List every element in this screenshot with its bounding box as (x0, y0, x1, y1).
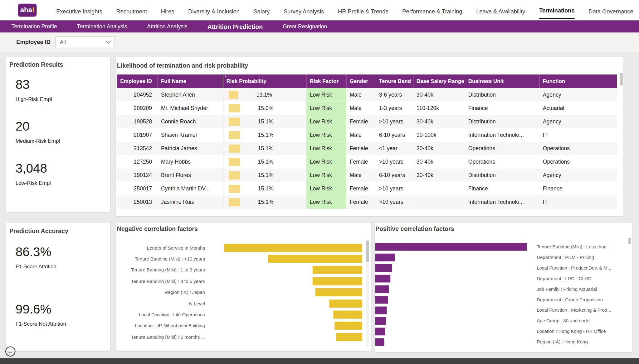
top-nav-tab[interactable]: Leave & Availability (476, 2, 525, 19)
top-nav-tab[interactable]: HR Profile & Trends (338, 2, 388, 19)
cell-full-name: Connie Roach (158, 115, 223, 128)
top-nav-tab[interactable]: Diversity & Inclusion (188, 2, 240, 19)
chart-row[interactable]: Tenure Banding (Miki) : >10 years (117, 253, 371, 265)
chart-row[interactable]: Department : PDM - Pricing (375, 252, 632, 262)
col-header-employee-id[interactable]: Employee ID (117, 74, 158, 88)
chart-row[interactable]: Location : JP-Nihonbashi Building (117, 320, 371, 332)
chart-row[interactable]: Tenure Banding (Miki) : 6 months ... (117, 331, 371, 342)
positive-bar[interactable] (375, 264, 392, 272)
negative-bar[interactable] (313, 277, 362, 285)
table-row[interactable]: 209209 Mr. Michael Snyder 15.0% Low Risk… (117, 101, 617, 115)
cell-employee-id: 190124 (117, 169, 158, 182)
top-nav-tab[interactable]: Data Governance (588, 2, 633, 19)
positive-bar[interactable] (375, 253, 395, 261)
positive-bar[interactable] (375, 328, 385, 335)
cell-function: IT (539, 128, 617, 141)
chart-plot-area (375, 317, 530, 325)
top-nav-tab[interactable]: Terminations (539, 1, 574, 19)
negative-chart-scrollbar-thumb[interactable] (366, 241, 369, 262)
chart-category-label: Age Group : 30 and under (537, 318, 629, 323)
cell-tenure-band: 1-3 years (376, 101, 413, 115)
table-row[interactable]: 250017 Cynthia Martin DV... 15.1% Low Ri… (117, 182, 617, 195)
col-header-gender[interactable]: Gender (346, 74, 376, 88)
negative-bar[interactable] (329, 299, 362, 308)
table-scrollbar[interactable] (620, 73, 623, 212)
top-nav-tab[interactable]: Executive Insights (56, 2, 102, 19)
top-nav-tab[interactable]: Salary (254, 2, 270, 19)
positive-bar[interactable] (375, 243, 527, 251)
bottom-edge-strip (0, 358, 639, 364)
positive-bar[interactable] (375, 317, 386, 325)
chart-row[interactable]: Local Function : Product Dev. & M... (375, 262, 632, 273)
chart-row[interactable]: Age Group : 30 and under (375, 315, 632, 326)
chart-category-label: Local Function : Product Dev. & M... (537, 266, 629, 271)
sub-nav-item[interactable]: Attrition Prediction (207, 23, 263, 30)
negative-bar[interactable] (313, 266, 362, 274)
cell-gender: Male (346, 128, 376, 141)
negative-bar[interactable] (268, 255, 362, 263)
chart-row[interactable]: Local Function : Marketing & Prod... (375, 305, 632, 315)
chart-row[interactable]: Tenure Banding (Miki) : 3 to 5 years (117, 275, 371, 287)
col-header-risk-probability[interactable]: ▲Risk Probability (223, 74, 306, 88)
cell-salary-range (413, 182, 465, 195)
col-header-risk-factor[interactable]: Risk Factor (306, 74, 346, 88)
table-row[interactable]: 190124 Brent Flores 15.1% Low Risk Male … (117, 169, 617, 182)
risk-probability-value: 15.1% (240, 172, 274, 178)
cell-gender: Male (346, 88, 376, 101)
chart-row[interactable]: Region (IA) : Japan (117, 287, 371, 298)
chart-row[interactable]: Local Function : Life Operations (117, 309, 371, 320)
chart-row[interactable]: Department : Group Proposition (375, 294, 632, 305)
sub-nav-item[interactable]: Great Resignation (283, 23, 327, 30)
sub-nav-item[interactable]: Termination Profile (12, 23, 57, 30)
chart-row[interactable]: Region (IA) : Hong Kong (375, 337, 632, 347)
app-logo[interactable]: aha! (18, 4, 37, 17)
chart-row[interactable]: Length of Service in Months (117, 242, 371, 253)
positive-bar[interactable] (375, 306, 387, 314)
positive-bar[interactable] (375, 275, 391, 282)
positive-bar[interactable] (375, 296, 388, 304)
chart-row[interactable]: Job Family : Pricing Actuarial (375, 284, 632, 294)
table-row[interactable]: 201907 Shawn Kramer 15.1% Low Risk Male … (117, 128, 617, 141)
negative-bar[interactable] (335, 322, 363, 330)
table-row[interactable]: 213542 Patricia James 15.1% Low Risk Fem… (117, 142, 617, 155)
col-header-base-salary-range[interactable]: Base Salary Range (413, 74, 465, 88)
col-header-full-name[interactable]: Full Name (158, 74, 223, 88)
table-row[interactable]: 204952 Stephen Allen 13.1% Low Risk Male… (117, 88, 617, 101)
positive-bar[interactable] (375, 338, 384, 346)
metric-label: High-Risk Empl (16, 96, 107, 102)
sub-nav-item[interactable]: Termination Analysis (77, 23, 127, 30)
top-nav-tab[interactable]: Performance & Training (402, 2, 462, 19)
chart-row[interactable]: Location : Hong Kong - HK Office (375, 326, 632, 337)
col-header-function[interactable]: Function (539, 74, 617, 88)
table-row[interactable]: 190528 Connie Roach 15.1% Low Risk Femal… (117, 115, 617, 128)
negative-bar[interactable] (315, 288, 363, 296)
negative-bar[interactable] (336, 333, 362, 341)
table-scrollbar-thumb[interactable] (620, 73, 623, 85)
top-nav: aha! Executive Insights Recruitment Hire… (0, 0, 639, 20)
chart-row[interactable]: Tenure Banding (Miki) : Less than ... (375, 242, 632, 252)
col-header-tenure-band[interactable]: Tenure Band (376, 74, 413, 88)
employee-id-dropdown[interactable]: All (56, 36, 115, 48)
chart-row[interactable]: Department : LRC - CLRC (375, 273, 632, 284)
chart-row[interactable]: N Level (117, 298, 371, 309)
top-nav-tab[interactable]: Recruitment (116, 2, 147, 19)
negative-bar[interactable] (224, 244, 362, 252)
sub-nav-item[interactable]: Attrition Analysis (147, 23, 187, 30)
top-nav-tab-label: Salary (254, 8, 270, 14)
cell-tenure-band: >10 years (376, 115, 413, 128)
chart-category-label: N Level (117, 301, 205, 306)
col-header-business-unit[interactable]: Business Unit (465, 74, 539, 88)
top-nav-tab[interactable]: Survey Analysis (284, 2, 324, 19)
chart-row[interactable]: Tenure Banding (Miki) : 1 to 3 years (117, 265, 371, 276)
back-button[interactable]: ← (5, 347, 16, 357)
table-row[interactable]: 250013 Jasmine Ruiz 15.1% Low Risk Femal… (117, 195, 617, 209)
cell-risk-probability: 13.1% (223, 88, 306, 101)
table-row[interactable]: 127250 Mary Hobbs 15.1% Low Risk Female … (117, 155, 617, 169)
negative-chart-scrollbar[interactable] (366, 240, 369, 347)
positive-chart-scrollbar-thumb[interactable] (628, 238, 631, 244)
top-nav-tab[interactable]: Hires (161, 2, 174, 19)
positive-bar[interactable] (375, 285, 389, 293)
top-nav-tab-label: Executive Insights (56, 8, 102, 14)
chart-plot-area (375, 328, 530, 335)
negative-bar[interactable] (333, 311, 362, 319)
